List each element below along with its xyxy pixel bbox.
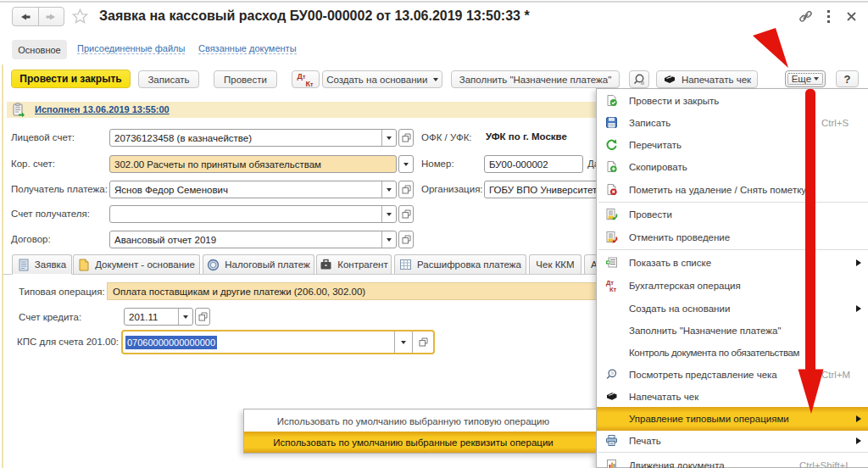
svg-text:Кт: Кт [609, 286, 617, 292]
